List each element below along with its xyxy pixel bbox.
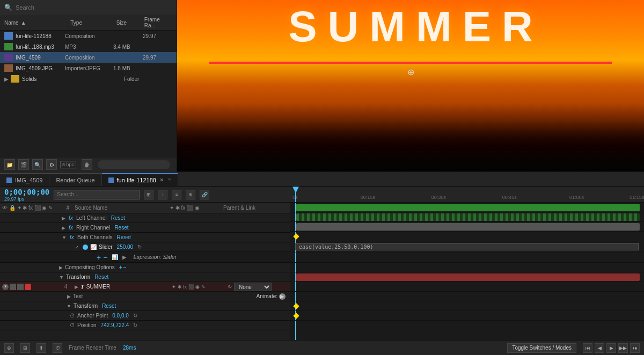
- kf-start: [293, 233, 299, 239]
- prev-frame-btn[interactable]: ◀: [595, 343, 604, 353]
- summer-expand[interactable]: ▶: [75, 284, 78, 290]
- settings-btn[interactable]: ⚙: [46, 159, 57, 170]
- layer-column-headers: 👁 🔒 ✦ ✱ fx ⬛ ◉ ✎ # Source Name ✦ ✱ fx ⬛ …: [0, 203, 290, 213]
- project-item-4[interactable]: ▶ Solids Folder: [0, 73, 177, 84]
- tab-render-queue[interactable]: Render Queue: [49, 173, 101, 186]
- switches-header: 👁 🔒 ✦ ✱ fx ⬛ ◉ ✎: [2, 205, 61, 211]
- summer-color-swatch[interactable]: [25, 284, 31, 290]
- item-type-0: Composition: [65, 33, 113, 39]
- timeline-right-panel: 0s 00:15s 00:30s 00:45s 01:00s 01:15s: [290, 187, 644, 340]
- preview-letter-m: M: [369, 5, 405, 48]
- track-comp-options: [290, 253, 644, 263]
- track-left-channel: [290, 203, 644, 212]
- track-bar-right: [296, 213, 640, 221]
- expr-plus-icon[interactable]: +: [97, 253, 101, 262]
- tab-fun-life[interactable]: fun-life-112188 ✕ ≡: [102, 173, 178, 186]
- status-btn-1[interactable]: ⊕: [4, 343, 14, 353]
- expression-text-field[interactable]: ease(value,25,50,0,100): [295, 243, 639, 250]
- text-label: Text: [73, 293, 83, 299]
- item-fps-2: 29.97: [143, 55, 172, 61]
- tl-icon-btn-2[interactable]: ↑: [158, 190, 167, 199]
- tl-icon-btn-5[interactable]: 🔗: [200, 190, 209, 199]
- item-type-4: Folder: [124, 76, 172, 82]
- transform-expand[interactable]: ▼: [59, 275, 64, 280]
- search-panel-btn[interactable]: 🔍: [32, 159, 43, 170]
- transform-label: Transform: [66, 274, 90, 280]
- new-comp-btn[interactable]: 🎬: [18, 159, 29, 170]
- project-item-0[interactable]: fun-life-112188 Composition 29.97: [0, 31, 177, 41]
- right-channel-reset[interactable]: Reset: [114, 225, 128, 231]
- project-panel: 🔍 Name ▲ Type Size Frame Ra... fun-life-…: [0, 0, 177, 172]
- track-bar-left: [296, 204, 640, 211]
- project-item-1[interactable]: fun-lif...188.mp3 MP3 3.4 MB: [0, 41, 177, 52]
- col-type-header[interactable]: Type: [70, 20, 116, 26]
- tabs-area: IMG_4509 Render Queue fun-life-112188 ✕ …: [0, 172, 644, 187]
- tl-icon-btn-4[interactable]: ⊕: [186, 190, 195, 199]
- item-size-1: 3.4 MB: [113, 44, 143, 50]
- summer-parent: ↻ None: [225, 283, 290, 291]
- timeline-area: 0;00;00;00 29.97 fps ⊞ ↑ ≡ ⊕ 🔗 👁 🔒 ✦ ✱ f…: [0, 187, 644, 340]
- expr-minus-icon[interactable]: −: [103, 253, 107, 262]
- play-btn[interactable]: ▶: [606, 343, 616, 353]
- status-btn-3[interactable]: ⬆: [36, 343, 46, 353]
- preview-text-overlay: S U M M E R: [177, 5, 644, 48]
- comp-options-minus[interactable]: −: [123, 264, 127, 270]
- both-channels-reset[interactable]: Reset: [117, 234, 131, 240]
- item-name-4: Solids: [22, 76, 124, 82]
- comp-options-expand[interactable]: ▶: [59, 265, 63, 270]
- timeline-left-panel: 0;00;00;00 29.97 fps ⊞ ↑ ≡ ⊕ 🔗 👁 🔒 ✦ ✱ f…: [0, 187, 290, 340]
- new-folder-btn[interactable]: 📁: [4, 159, 15, 170]
- text-expand[interactable]: ▶: [67, 294, 71, 299]
- transform-reset[interactable]: Reset: [94, 274, 108, 280]
- comp-options-plus[interactable]: +: [119, 264, 122, 270]
- timeline-search-input[interactable]: [54, 190, 140, 199]
- tl-icon-btn-1[interactable]: ⊞: [144, 190, 153, 199]
- top-area: 🔍 Name ▲ Type Size Frame Ra... fun-life-…: [0, 0, 644, 172]
- col-size-header[interactable]: Size: [116, 20, 144, 26]
- fx-label-left: fx: [65, 215, 76, 221]
- summer-parent-select[interactable]: None: [234, 283, 272, 291]
- timeline-timecode[interactable]: 0;00;00;00: [4, 188, 49, 196]
- status-btn-4[interactable]: ⏱: [53, 343, 62, 353]
- go-end-btn[interactable]: ⏭: [630, 343, 640, 353]
- status-btn-2[interactable]: ⊞: [20, 343, 30, 353]
- left-channel-expand[interactable]: ▶: [62, 216, 65, 221]
- right-channel-expand[interactable]: ▶: [62, 225, 65, 231]
- keyframe-nav[interactable]: ✓: [75, 245, 88, 250]
- transform2-expand[interactable]: ▼: [67, 304, 71, 309]
- project-item-3[interactable]: IMG_4509.JPG Importer/JPEG 1.8 MB: [0, 63, 177, 73]
- toggle-switches-modes-btn[interactable]: Toggle Switches / Modes: [507, 343, 576, 353]
- kf-dot: [83, 245, 88, 250]
- transform2-reset[interactable]: Reset: [102, 303, 116, 309]
- summer-layer-row[interactable]: 👁 4 ▶ T SUMMER ✦ ✱ fx ⬛ ◉ ✎ ↻ N: [0, 282, 290, 292]
- project-search-input[interactable]: [16, 4, 172, 11]
- playhead[interactable]: [295, 187, 296, 202]
- delete-btn[interactable]: 🗑: [82, 159, 92, 170]
- position-value[interactable]: 742.9,722.4: [101, 322, 129, 328]
- comp-options-label: Compositing Options: [65, 264, 115, 270]
- summer-lock-btn[interactable]: [10, 284, 16, 290]
- left-channel-reset[interactable]: Reset: [111, 215, 125, 221]
- anchor-point-value[interactable]: 0.0,0.0: [112, 313, 129, 319]
- tab-close-btn[interactable]: ✕: [159, 177, 164, 183]
- preview-letter-e: E: [463, 5, 491, 48]
- preview-canvas[interactable]: S U M M E R ⊕: [177, 0, 644, 172]
- col-fps-header[interactable]: Frame Ra...: [144, 17, 172, 28]
- go-start-btn[interactable]: ⏮: [583, 343, 592, 353]
- col-name-header[interactable]: Name ▲: [4, 20, 70, 26]
- timeline-ruler[interactable]: 0s 00:15s 00:30s 00:45s 01:00s 01:15s: [290, 187, 644, 203]
- position-loop-icon: ↻: [133, 322, 137, 328]
- summer-quality-btn[interactable]: [17, 284, 24, 290]
- tl-icon-btn-3[interactable]: ≡: [172, 190, 181, 199]
- tab-menu-icon[interactable]: ≡: [168, 177, 171, 183]
- anchor-clock-icon: ⏱: [70, 313, 75, 319]
- both-channels-expand[interactable]: ▼: [62, 235, 67, 240]
- slider-value[interactable]: 250.00: [117, 244, 134, 250]
- project-item-2[interactable]: IMG_4509 Composition 29.97: [0, 52, 177, 63]
- summer-eye-btn[interactable]: 👁: [2, 284, 9, 290]
- expr-play-icon[interactable]: ▶: [122, 254, 127, 260]
- tab-img4509[interactable]: IMG_4509: [0, 173, 49, 186]
- next-frame-btn[interactable]: ▶▶: [618, 343, 628, 353]
- animate-btn[interactable]: Animate: ▶: [257, 293, 286, 300]
- expr-graph-icon[interactable]: 📊: [112, 254, 118, 260]
